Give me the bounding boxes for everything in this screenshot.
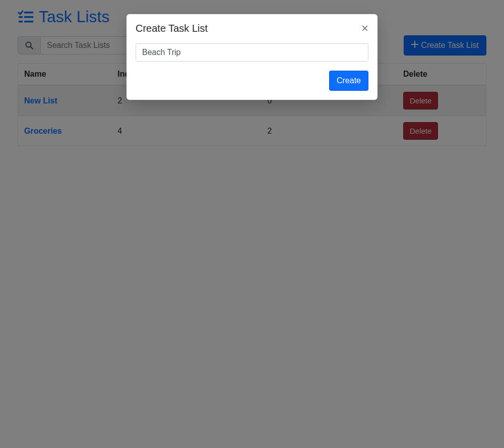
modal-header: Create Task List × <box>127 14 377 34</box>
create-task-list-modal: Create Task List × Create <box>127 14 377 100</box>
modal-title: Create Task List <box>136 23 208 34</box>
task-list-name-input[interactable] <box>136 43 368 62</box>
modal-footer: Create <box>127 71 377 100</box>
modal-body <box>127 34 377 71</box>
create-button[interactable]: Create <box>329 71 368 91</box>
close-icon[interactable]: × <box>361 22 368 34</box>
